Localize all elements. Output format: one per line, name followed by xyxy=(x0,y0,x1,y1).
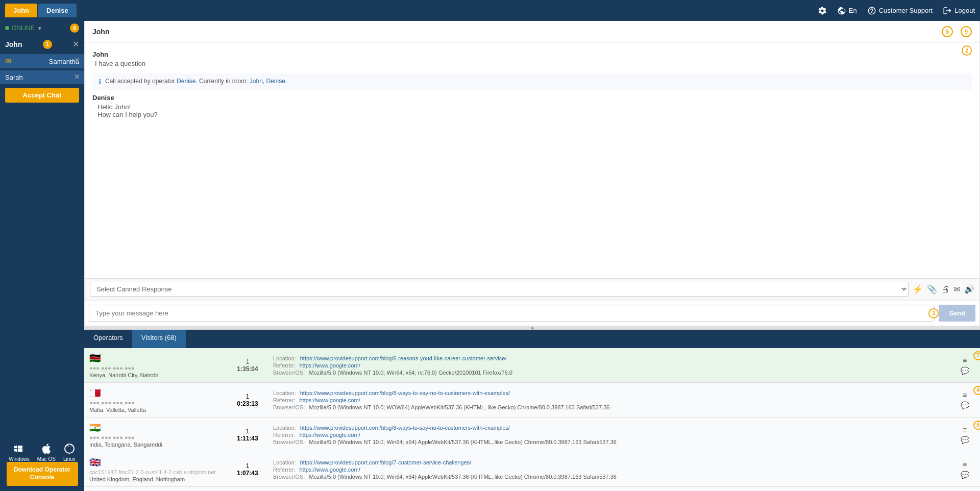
linux-platform: Linux xyxy=(63,443,76,462)
tab-operators[interactable]: Operators xyxy=(84,330,132,348)
tab-john[interactable]: John xyxy=(5,4,37,17)
kenya-location-row: Location: https://www.providesupport.com… xyxy=(273,355,944,361)
location-label-m: Location: xyxy=(273,390,296,396)
customer-support-link[interactable]: Customer Support xyxy=(867,6,933,15)
kenya-flag: 🇰🇪 xyxy=(89,353,101,364)
chat-icon-india[interactable]: 💬 xyxy=(961,436,969,444)
uk-time: 1:07:43 xyxy=(231,470,264,477)
windows-platform: Windows xyxy=(9,443,30,462)
input-badge-3: 3 xyxy=(928,308,939,318)
windows-label: Windows xyxy=(9,456,30,462)
tab-denise[interactable]: Denise xyxy=(38,4,77,17)
chat-toolbar: Select Canned Response ⚡ 📎 🖨 ✉ 🔊 xyxy=(85,278,979,300)
uk-ip: cpc151947-finc21-2-0-cust41.4-2.cable.vi… xyxy=(89,469,216,475)
uk-location-link[interactable]: https://www.providesupport.com/blog/7-cu… xyxy=(300,459,472,465)
list-icon-malta[interactable]: ≡ xyxy=(963,391,967,399)
send-button[interactable]: Send xyxy=(939,305,975,322)
malta-browser-row: Browser/OS: Mozilla/5.0 (Windows NT 10.0… xyxy=(273,404,944,410)
msg-text-john: I have a question xyxy=(92,60,972,67)
denise-link[interactable]: Denise xyxy=(177,78,195,85)
chat-icon-malta[interactable]: 💬 xyxy=(961,401,969,409)
kenya-referrer-row: Referrer: https://www.google.com/ xyxy=(273,362,944,369)
malta-referrer-link[interactable]: https://www.google.com/ xyxy=(299,397,360,403)
india-pages: 1 xyxy=(231,428,264,435)
sidebar: ONLINE ▼ 8 John 1 ✕ ✉ Samantha ✕ Sarah ✕… xyxy=(0,21,84,491)
referrer-label-m: Referrer: xyxy=(273,397,295,403)
india-info: Location: https://www.providesupport.com… xyxy=(268,422,949,448)
dropdown-arrow: ▼ xyxy=(37,26,42,31)
header-badge-8: 8 xyxy=(942,26,953,37)
system-message: ℹ Call accepted by operator Denise. Curr… xyxy=(92,73,972,90)
uk-referrer-link[interactable]: https://www.google.com/ xyxy=(299,467,360,473)
visitor-row-uk: 🇬🇧 cpc151947-finc21-2-0-cust41.4-2.cable… xyxy=(84,452,980,487)
uk-pages: 1 xyxy=(231,462,264,470)
message-denise: Denise Hello John! How can I help you? xyxy=(92,94,972,118)
customer-support-label: Customer Support xyxy=(879,7,933,14)
resize-handle[interactable]: ◆ xyxy=(84,326,980,330)
chat-icon-uk[interactable]: 💬 xyxy=(961,471,969,479)
nav-tabs: John Denise xyxy=(5,4,77,17)
nav-right: En Customer Support Logout xyxy=(818,0,975,21)
referrer-label-i: Referrer: xyxy=(273,432,295,438)
close-samantha-btn[interactable]: ✕ xyxy=(74,56,80,64)
denise-text-2: How can I help you? xyxy=(92,111,972,118)
list-icon-india[interactable]: ≡ xyxy=(963,426,967,434)
uk-browser-value: Mozilla/5.0 (Windows NT 10.0; Win64; x64… xyxy=(309,474,616,480)
list-icon-uk[interactable]: ≡ xyxy=(963,460,967,469)
india-browser-row: Browser/OS: Mozilla/5.0 (Windows NT 10.0… xyxy=(273,439,944,445)
online-label: ONLINE xyxy=(12,24,35,32)
john-link[interactable]: John xyxy=(250,78,263,85)
paperclip-icon[interactable]: 📎 xyxy=(927,284,937,294)
uk-location-row: Location: https://www.providesupport.com… xyxy=(273,459,944,465)
uk-info: Location: https://www.providesupport.com… xyxy=(268,456,949,483)
visitor-row-kenya: 🇰🇪 ●●●.●●●.●●●.●●● Kenya, Nairobi City, … xyxy=(84,348,980,383)
settings-button[interactable] xyxy=(818,6,827,15)
print-icon[interactable]: 🖨 xyxy=(941,285,949,294)
tab-visitors[interactable]: Visitors (68) xyxy=(132,330,186,348)
malta-info: Location: https://www.providesupport.com… xyxy=(268,387,949,413)
india-referrer-link[interactable]: https://www.google.com/ xyxy=(299,432,360,438)
message-input[interactable] xyxy=(89,305,935,322)
online-status[interactable]: ONLINE ▼ 8 xyxy=(0,21,84,35)
kenya-actions: 7 ≡ 💬 xyxy=(949,354,980,377)
malta-location-row: Location: https://www.providesupport.com… xyxy=(273,390,944,396)
queue-item-samantha: ✉ Samantha ✕ xyxy=(0,54,84,68)
malta-actions: 4 ≡ 💬 xyxy=(949,388,980,412)
browser-label-k: Browser/OS: xyxy=(273,370,305,376)
referrer-label-k: Referrer: xyxy=(273,362,295,369)
chat-header-icons: 8 9 xyxy=(942,26,972,37)
india-location-link[interactable]: https://www.providesupport.com/blog/8-wa… xyxy=(300,425,510,431)
denise-link-2[interactable]: Denise xyxy=(266,78,285,85)
kenya-pages: 1 xyxy=(231,358,264,365)
sarah-name: Sarah xyxy=(5,73,23,81)
language-label: En xyxy=(849,7,857,14)
accept-chat-button[interactable]: Accept Chat xyxy=(5,88,79,103)
malta-location-link[interactable]: https://www.providesupport.com/blog/8-wa… xyxy=(300,390,510,396)
malta-duration-cell: 1 0:23:13 xyxy=(227,389,268,411)
current-user-badge: 1 xyxy=(43,40,52,49)
sidebar-footer: Windows Mac OS Linux Download Operator C… xyxy=(0,433,84,491)
list-icon-kenya[interactable]: ≡ xyxy=(963,356,967,364)
language-selector[interactable]: En xyxy=(837,6,857,15)
lightning-icon[interactable]: ⚡ xyxy=(913,284,923,294)
kenya-referrer-link[interactable]: https://www.google.com/ xyxy=(299,362,360,369)
chat-icon-kenya[interactable]: 💬 xyxy=(961,366,969,375)
visitor-location-india: 🇮🇳 ●●●.●●●.●●●.●●● India, Telangana, San… xyxy=(84,418,227,452)
kenya-time: 1:35:04 xyxy=(231,365,264,373)
location-label-uk: Location: xyxy=(273,459,296,465)
uk-referrer-row: Referrer: https://www.google.com/ xyxy=(273,467,944,473)
kenya-location-link[interactable]: https://www.providesupport.com/blog/6-re… xyxy=(300,355,507,361)
sound-icon[interactable]: 🔊 xyxy=(964,284,974,294)
close-sarah-btn[interactable]: ✕ xyxy=(74,72,80,81)
logout-button[interactable]: Logout xyxy=(943,6,975,15)
uk-browser-row: Browser/OS: Mozilla/5.0 (Windows NT 10.0… xyxy=(273,474,944,480)
email-toolbar-icon[interactable]: ✉ xyxy=(953,284,960,294)
download-operator-console-button[interactable]: Download Operator Console xyxy=(7,462,78,486)
malta-city: Malta, Valletta, Valletta xyxy=(89,407,146,413)
india-duration-cell: 1 1:11:43 xyxy=(227,424,268,446)
close-sidebar-btn[interactable]: ✕ xyxy=(72,39,79,49)
visitor-location-uk: 🇬🇧 cpc151947-finc21-2-0-cust41.4-2.cable… xyxy=(84,453,227,486)
canned-response-select[interactable]: Select Canned Response xyxy=(90,282,909,297)
visitor-location-malta: 🇲🇹 ●●●.●●●.●●●.●●● Malta, Valletta, Vall… xyxy=(84,383,227,417)
uk-actions: ≡ 💬 xyxy=(949,458,980,481)
